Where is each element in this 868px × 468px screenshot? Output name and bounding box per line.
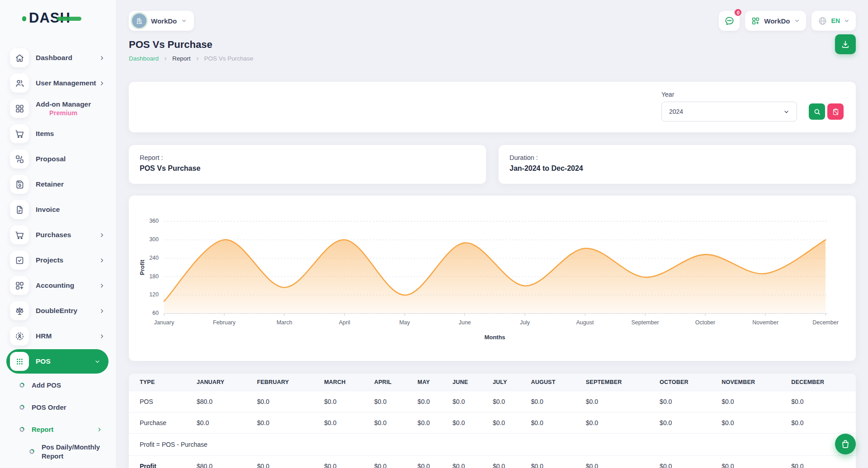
svg-text:March: March [277,319,292,326]
logo-text: DASH [29,10,71,26]
sidebar-subitem-pos-daily-monthly-report[interactable]: Pos Daily/Monthly Report [0,440,116,463]
chevron-right-icon [99,55,105,61]
cell-value: $0.0 [717,391,787,412]
svg-text:April: April [339,319,350,326]
cell-value: $0.0 [488,412,527,434]
workspace-name: WorkDo [151,17,177,25]
bullet-icon [29,449,35,454]
workspace-avatar [132,14,146,28]
year-select-value: 2024 [669,108,683,115]
users-icon [10,74,29,93]
home-icon [10,48,29,67]
sidebar-item-dashboard[interactable]: Dashboard [0,45,116,70]
download-button[interactable] [835,34,856,54]
cell-value: $0.0 [581,391,655,412]
breadcrumb-link-dashboard[interactable]: Dashboard [129,55,159,62]
building-icon [135,17,143,25]
sidebar-item-projects[interactable]: Projects [0,248,116,273]
sidebar-item-accounting[interactable]: Accounting [0,273,116,298]
hrm-icon [10,327,29,346]
chevron-down-icon [783,109,789,115]
breadcrumb-link-report[interactable]: Report [172,55,191,62]
sidebar-item-pos[interactable]: POS [6,349,108,374]
chevron-down-icon [844,18,849,23]
profit-formula-note: Profit = POS - Purchase [129,434,856,456]
cell-value: $0.0 [192,412,252,434]
svg-text:Months: Months [484,334,505,341]
cell-value: $80.0 [192,456,252,468]
grid-plus-icon [751,17,760,25]
table-header-november: NOVEMBER [717,374,787,391]
cell-value: $0.0 [581,456,655,468]
chat-icon [724,16,735,26]
svg-text:October: October [695,319,715,326]
row-type: Purchase [129,412,192,434]
sidebar-item-proposal[interactable]: Proposal [0,146,116,172]
cell-value: $0.0 [413,391,448,412]
page-title: POS Vs Purchase [129,39,856,51]
sidebar-subitem-pos-order[interactable]: POS Order [0,396,116,418]
sidebar-subitem-add-pos[interactable]: Add POS [0,374,116,396]
workspace-selector[interactable]: WorkDo [129,11,194,31]
messages-button[interactable]: 0 [719,11,740,31]
sidebar-item-items[interactable]: Items [0,121,116,146]
sidebar-item-hrm[interactable]: HRM [0,323,116,349]
svg-text:120: 120 [149,291,159,298]
reset-button[interactable] [827,103,844,120]
search-button[interactable] [809,103,825,120]
shopping-bag-icon [840,439,850,449]
table-row-purchase: Purchase$0.0$0.0$0.0$0.0$0.0$0.0$0.0$0.0… [129,412,856,434]
topbar-actions: 0 WorkDo EN [719,11,856,31]
cell-value: $0.0 [655,391,717,412]
cell-value: $0.0 [413,412,448,434]
cell-value: $0.0 [488,391,527,412]
cell-value: $0.0 [655,412,717,434]
year-select[interactable]: 2024 [661,102,797,122]
report-table: TYPEJANUARYFEBRUARYMARCHAPRILMAYJUNEJULY… [129,373,856,468]
sidebar: DASH DashboardUser ManagementAdd-on Mana… [0,0,116,468]
cell-value: $0.0 [320,412,370,434]
cell-value: $0.0 [581,412,655,434]
app-switcher[interactable]: WorkDo [745,11,806,31]
cell-value: $0.0 [787,412,856,434]
chevron-right-icon [99,257,105,263]
breadcrumb-current: POS Vs Purchase [204,55,254,62]
language-selector[interactable]: EN [811,11,856,31]
chevron-right-icon [195,56,200,61]
save-icon [10,175,29,194]
app-logo[interactable]: DASH [0,0,116,36]
cell-value: $0.0 [370,456,413,468]
notification-badge: 0 [734,8,742,17]
cell-value: $0.0 [252,412,320,434]
clipboard-off-icon [832,108,840,116]
logo-dash-icon [57,17,81,21]
sidebar-item-doubleentry[interactable]: DoubleEntry [0,298,116,323]
sidebar-item-retainer[interactable]: Retainer [0,172,116,197]
app-switcher-label: WorkDo [764,17,790,25]
cell-value: $0.0 [252,456,320,468]
sidebar-item-user-management[interactable]: User Management [0,70,116,96]
svg-text:January: January [154,319,175,326]
sidebar-item-add-on-manager[interactable]: Add-on ManagerPremium [0,96,116,121]
svg-text:180: 180 [149,273,159,280]
pos-cart-fab[interactable] [835,434,856,454]
table-header-april: APRIL [370,374,413,391]
info-cards-row: Report : POS Vs Purchase Duration : Jan-… [129,145,856,184]
cell-value: $0.0 [527,391,581,412]
cell-value: $0.0 [488,456,527,468]
chevron-right-icon [99,232,105,238]
cell-value: $0.0 [252,391,320,412]
chevron-right-icon [163,56,168,61]
filter-group: Year 2024 [661,91,844,122]
sidebar-pos-submenu: Add POSPOS OrderReportPos Daily/Monthly … [0,374,116,463]
sidebar-subitem-report[interactable]: Report [0,418,116,440]
sidebar-item-purchases[interactable]: Purchases [0,222,116,248]
report-value: POS Vs Purchase [140,164,475,173]
cell-value: $0.0 [370,391,413,412]
topbar: WorkDo 0 WorkDo EN [116,0,868,31]
addon-icon [10,99,29,118]
cell-value: $80.0 [192,391,252,412]
cell-value: $0.0 [717,456,787,468]
profit-chart: 60120180240300360JanuaryFebruaryMarchApr… [138,204,847,353]
sidebar-item-invoice[interactable]: Invoice [0,197,116,222]
